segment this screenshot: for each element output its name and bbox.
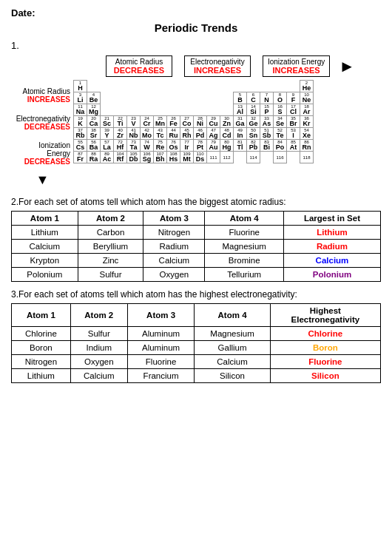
periodic-table-wrap: 1H2He3Li4Be5B6C7N8O9F10Ne11Na12Mg13Al14S… (73, 80, 381, 163)
element-Pb: 82Pb (247, 140, 260, 152)
element-Ne: 10Ne (300, 92, 314, 104)
data-cell: Aluminum (127, 327, 195, 341)
table-row: NitrogenOxygenFluorineCalciumFluorine (12, 355, 381, 369)
q3-header: Atom 2 (70, 304, 127, 327)
data-cell: Calcium (195, 355, 270, 369)
element-Al: 13Al (234, 104, 247, 116)
empty-cell (154, 81, 167, 92)
element-Au: 79Au (207, 140, 220, 152)
element-Y: 39Y (101, 128, 114, 140)
empty-cell (287, 152, 300, 163)
element-Ag: 47Ag (207, 128, 220, 140)
data-cell: Chlorine (12, 327, 71, 341)
element-Hg: 80Hg (220, 140, 234, 152)
atomic-radius-trend-box: Atomic Radius DECREASES (106, 55, 172, 77)
data-cell: Sulfur (70, 327, 127, 341)
element-: 116 (274, 152, 287, 163)
element-Hf: 72Hf (114, 140, 127, 152)
q3-header: Atom 3 (127, 304, 195, 327)
ionization-energy-label-title: Ionization Energy (15, 141, 70, 158)
data-cell: Francium (127, 369, 195, 383)
element-Nb: 41Nb (127, 128, 141, 140)
data-cell: Fluorine (205, 226, 284, 240)
empty-cell (141, 92, 154, 104)
element-K: 19K (74, 116, 87, 128)
element-: 118 (300, 152, 314, 163)
data-cell: Magnesium (195, 327, 270, 341)
element-Ra: 88Ra (87, 152, 101, 163)
q2-header: Atom 1 (12, 212, 78, 226)
element-Rf: 104Rf (114, 152, 127, 163)
empty-cell (167, 104, 180, 116)
element-Os: 76Os (167, 140, 180, 152)
element-Ca: 20Ca (87, 116, 101, 128)
element-Ba: 56Ba (87, 140, 101, 152)
data-cell: Carbon (78, 226, 143, 240)
data-cell: Beryllium (78, 240, 143, 254)
periodic-table-section: Atomic Radius INCREASES Electronegativit… (15, 80, 381, 189)
element-In: 49In (234, 128, 247, 140)
table-row: BoronIndiumAluminumGalliumBoron (12, 341, 381, 355)
empty-cell (154, 104, 167, 116)
table-row: PoloniumSulfurOxygenTelluriumPolonium (12, 268, 381, 282)
empty-cell (101, 104, 114, 116)
empty-cell (194, 92, 207, 104)
element-Cl: 17Cl (287, 104, 300, 116)
q2-header: Largest in Set (283, 212, 380, 226)
element-Na: 11Na (74, 104, 87, 116)
element-Ga: 31Ga (234, 116, 247, 128)
data-cell: Oxygen (70, 355, 127, 369)
question3-table: Atom 1Atom 2Atom 3Atom 4Highest Electron… (11, 303, 381, 383)
element-Db: 105Db (127, 152, 141, 163)
empty-cell (234, 81, 247, 92)
trends-header-row: Atomic Radius DECREASES Electronegativit… (74, 55, 381, 77)
element-Fe: 26Fe (167, 116, 180, 128)
element-Ar: 18Ar (300, 104, 314, 116)
data-cell: Lithium (12, 369, 71, 383)
element-Sg: 106Sg (141, 152, 154, 163)
element-Sr: 38Sr (87, 128, 101, 140)
element-La: 57La (101, 140, 114, 152)
element-Se: 34Se (274, 116, 287, 128)
down-arrow-icon: ▼ (15, 172, 70, 188)
table-row: LithiumCalciumFranciumSiliconSilicon (12, 369, 381, 383)
empty-cell (87, 81, 101, 92)
ionization-energy-trend-value: INCREASES (268, 66, 325, 75)
empty-cell (114, 92, 127, 104)
element-Ta: 73Ta (127, 140, 141, 152)
empty-cell (127, 81, 141, 92)
data-cell: Polonium (12, 268, 78, 282)
table-row: CalciumBerylliumRadiumMagnesiumRadium (12, 240, 381, 254)
element-At: 85At (287, 140, 300, 152)
data-cell: Tellurium (205, 268, 284, 282)
answer-cell: Boron (270, 341, 380, 355)
answer-cell: Silicon (270, 369, 380, 383)
data-cell: Calcium (12, 240, 78, 254)
element-Rb: 37Rb (74, 128, 87, 140)
ionization-energy-trend-box: Ionization Energy INCREASES (263, 55, 330, 77)
electronegativity-label-value: DECREASES (15, 123, 70, 131)
element-Si: 14Si (247, 104, 260, 116)
element-Ac: 89Ac (101, 152, 114, 163)
data-cell: Krypton (12, 254, 78, 268)
empty-cell (207, 92, 220, 104)
element-Mo: 42Mo (141, 128, 154, 140)
element-N: 7N (260, 92, 274, 104)
page-title: Periodic Trends (11, 21, 381, 34)
table-row: KryptonZincCalciumBromineCalcium (12, 254, 381, 268)
element-Rn: 86Rn (300, 140, 314, 152)
element-P: 15P (260, 104, 274, 116)
element-Cu: 29Cu (207, 116, 220, 128)
data-cell: Radium (143, 240, 205, 254)
data-cell: Lithium (12, 226, 78, 240)
ionization-energy-label-value: DECREASES (15, 158, 70, 166)
element-Re: 75Re (154, 140, 167, 152)
element-Sc: 21Sc (101, 116, 114, 128)
question2-table: Atom 1Atom 2Atom 3Atom 4Largest in SetLi… (11, 211, 381, 282)
data-cell: Fluorine (127, 355, 195, 369)
element-Ni: 28Ni (194, 116, 207, 128)
data-cell: Magnesium (205, 240, 284, 254)
answer-cell: Lithium (283, 226, 380, 240)
element-V: 23V (127, 116, 141, 128)
answer-cell: Polonium (283, 268, 380, 282)
